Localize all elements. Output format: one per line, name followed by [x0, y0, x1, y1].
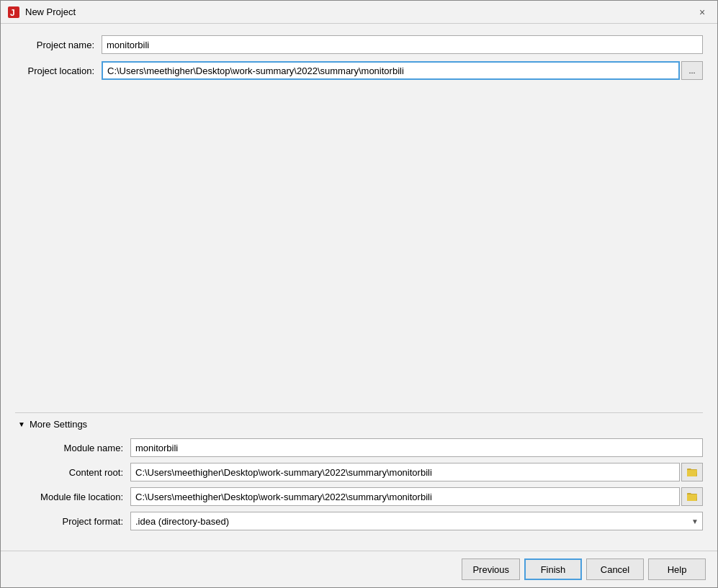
module-file-location-row: Module file location:: [15, 487, 703, 506]
module-file-input-group: [130, 487, 703, 506]
more-settings-toggle[interactable]: ▼ More Settings: [15, 413, 703, 435]
module-file-browse-button[interactable]: [681, 487, 703, 506]
arrow-icon: ▼: [18, 420, 25, 428]
title-bar: J New Project ×: [1, 1, 717, 24]
module-file-location-input[interactable]: [130, 487, 680, 506]
project-location-input-group: ...: [102, 61, 703, 80]
content-root-row: Content root:: [15, 463, 703, 481]
module-name-label: Module name:: [22, 443, 130, 453]
more-settings-content: Module name: Content root:: [15, 435, 703, 539]
project-format-row: Project format: .idea (directory-based) …: [15, 512, 703, 530]
project-format-label: Project format:: [22, 516, 130, 527]
project-name-label: Project name:: [15, 40, 102, 50]
project-format-select-wrapper: .idea (directory-based) Eclipse (.classp…: [130, 512, 703, 530]
more-settings-section: ▼ More Settings Module name: Content roo…: [15, 412, 703, 539]
module-file-location-label: Module file location:: [22, 492, 130, 502]
content-root-input[interactable]: [130, 463, 680, 481]
new-project-dialog: J New Project × Project name: Project lo…: [0, 0, 718, 588]
module-name-row: Module name:: [15, 438, 703, 457]
content-root-label: Content root:: [22, 467, 130, 478]
module-name-input[interactable]: [130, 438, 703, 457]
close-button[interactable]: ×: [694, 4, 710, 20]
folder-icon: [687, 468, 697, 476]
content-root-input-group: [130, 463, 703, 481]
project-name-input[interactable]: [102, 35, 703, 54]
title-bar-left: J New Project: [8, 6, 76, 18]
more-settings-header-label: More Settings: [30, 419, 87, 430]
dialog-footer: Previous Finish Cancel Help: [1, 551, 717, 587]
project-format-select[interactable]: .idea (directory-based) Eclipse (.classp…: [130, 512, 703, 530]
previous-button[interactable]: Previous: [462, 558, 520, 580]
project-location-input[interactable]: [102, 61, 680, 80]
project-name-row: Project name:: [15, 35, 703, 54]
finish-button[interactable]: Finish: [524, 558, 582, 580]
project-location-label: Project location:: [15, 65, 102, 76]
project-location-browse-button[interactable]: ...: [681, 61, 703, 80]
dialog-body: Project name: Project location: ... ▼ Mo…: [1, 24, 717, 551]
content-root-browse-button[interactable]: [681, 463, 703, 481]
body-spacer: [15, 87, 703, 410]
dialog-title: New Project: [25, 6, 76, 17]
svg-text:J: J: [10, 8, 15, 18]
app-icon: J: [8, 6, 19, 18]
folder-icon: [687, 492, 697, 501]
help-button[interactable]: Help: [648, 558, 706, 580]
cancel-button[interactable]: Cancel: [586, 558, 644, 580]
project-location-row: Project location: ...: [15, 61, 703, 80]
